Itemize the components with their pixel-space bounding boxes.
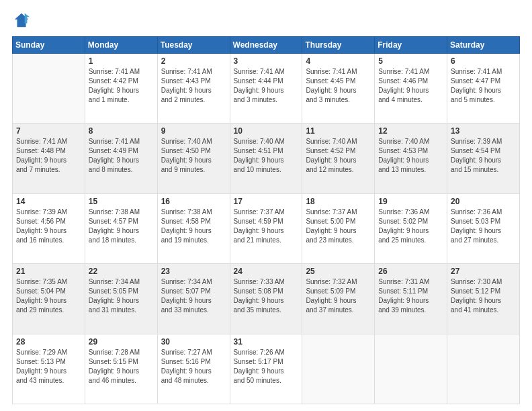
day-info: Sunrise: 7:32 AM Sunset: 5:09 PM Dayligh… [306, 277, 371, 315]
day-info: Sunrise: 7:36 AM Sunset: 5:03 PM Dayligh… [451, 208, 516, 245]
day-info: Sunrise: 7:29 AM Sunset: 5:13 PM Dayligh… [16, 348, 81, 385]
logo [12, 11, 34, 30]
day-number: 2 [161, 56, 226, 66]
day-info: Sunrise: 7:26 AM Sunset: 5:17 PM Dayligh… [234, 348, 299, 385]
day-info: Sunrise: 7:36 AM Sunset: 5:02 PM Dayligh… [378, 208, 443, 245]
day-info: Sunrise: 7:40 AM Sunset: 4:53 PM Dayligh… [378, 137, 443, 175]
calendar-cell: 13Sunrise: 7:39 AM Sunset: 4:54 PM Dayli… [447, 124, 520, 193]
day-number: 24 [234, 267, 299, 276]
day-info: Sunrise: 7:38 AM Sunset: 4:58 PM Dayligh… [161, 208, 226, 245]
calendar-cell: 12Sunrise: 7:40 AM Sunset: 4:53 PM Dayli… [375, 124, 447, 193]
svg-marker-1 [25, 13, 30, 24]
day-number: 14 [16, 197, 81, 206]
day-info: Sunrise: 7:40 AM Sunset: 4:52 PM Dayligh… [306, 137, 371, 175]
calendar-cell: 2Sunrise: 7:41 AM Sunset: 4:43 PM Daylig… [157, 54, 230, 124]
day-number: 11 [306, 126, 371, 136]
day-number: 20 [451, 197, 516, 206]
calendar-cell: 30Sunrise: 7:27 AM Sunset: 5:16 PM Dayli… [157, 334, 230, 404]
day-info: Sunrise: 7:33 AM Sunset: 5:08 PM Dayligh… [234, 277, 299, 315]
day-info: Sunrise: 7:41 AM Sunset: 4:42 PM Dayligh… [89, 67, 154, 105]
calendar-day-header: Saturday [447, 37, 520, 54]
calendar-cell: 4Sunrise: 7:41 AM Sunset: 4:45 PM Daylig… [302, 54, 375, 124]
calendar-cell: 1Sunrise: 7:41 AM Sunset: 4:42 PM Daylig… [85, 54, 157, 124]
calendar-week-row: 28Sunrise: 7:29 AM Sunset: 5:13 PM Dayli… [13, 334, 520, 404]
calendar-cell: 21Sunrise: 7:35 AM Sunset: 5:04 PM Dayli… [13, 264, 85, 334]
calendar-cell: 25Sunrise: 7:32 AM Sunset: 5:09 PM Dayli… [302, 264, 375, 334]
day-number: 10 [234, 126, 299, 136]
day-info: Sunrise: 7:41 AM Sunset: 4:43 PM Dayligh… [161, 67, 226, 105]
day-number: 26 [378, 267, 443, 276]
day-info: Sunrise: 7:39 AM Sunset: 4:56 PM Dayligh… [16, 208, 81, 245]
calendar-week-row: 14Sunrise: 7:39 AM Sunset: 4:56 PM Dayli… [13, 193, 520, 263]
calendar-day-header: Sunday [13, 37, 85, 54]
calendar-cell: 3Sunrise: 7:41 AM Sunset: 4:44 PM Daylig… [230, 54, 302, 124]
day-info: Sunrise: 7:34 AM Sunset: 5:05 PM Dayligh… [89, 277, 154, 315]
day-number: 27 [451, 267, 516, 276]
day-info: Sunrise: 7:41 AM Sunset: 4:49 PM Dayligh… [89, 137, 154, 175]
day-info: Sunrise: 7:37 AM Sunset: 5:00 PM Dayligh… [306, 208, 371, 245]
calendar-cell [302, 334, 375, 404]
day-info: Sunrise: 7:41 AM Sunset: 4:44 PM Dayligh… [234, 67, 299, 105]
calendar-cell: 29Sunrise: 7:28 AM Sunset: 5:15 PM Dayli… [85, 334, 157, 404]
day-number: 4 [306, 56, 371, 66]
header [12, 11, 520, 30]
day-number: 13 [451, 126, 516, 136]
calendar-cell: 19Sunrise: 7:36 AM Sunset: 5:02 PM Dayli… [375, 193, 447, 263]
day-info: Sunrise: 7:40 AM Sunset: 4:50 PM Dayligh… [161, 137, 226, 175]
calendar-cell [375, 334, 447, 404]
calendar-cell [447, 334, 520, 404]
calendar-cell: 10Sunrise: 7:40 AM Sunset: 4:51 PM Dayli… [230, 124, 302, 193]
day-number: 8 [89, 126, 154, 136]
calendar-table: SundayMondayTuesdayWednesdayThursdayFrid… [12, 36, 520, 404]
calendar-week-row: 21Sunrise: 7:35 AM Sunset: 5:04 PM Dayli… [13, 264, 520, 334]
day-number: 23 [161, 267, 226, 276]
day-number: 15 [89, 197, 154, 206]
day-info: Sunrise: 7:41 AM Sunset: 4:47 PM Dayligh… [451, 67, 516, 105]
calendar-day-header: Thursday [302, 37, 375, 54]
day-number: 16 [161, 197, 226, 206]
day-number: 6 [451, 56, 516, 66]
calendar-day-header: Wednesday [230, 37, 302, 54]
day-number: 3 [234, 56, 299, 66]
day-number: 19 [378, 197, 443, 206]
day-info: Sunrise: 7:38 AM Sunset: 4:57 PM Dayligh… [89, 208, 154, 245]
calendar-cell: 26Sunrise: 7:31 AM Sunset: 5:11 PM Dayli… [375, 264, 447, 334]
calendar-cell: 22Sunrise: 7:34 AM Sunset: 5:05 PM Dayli… [85, 264, 157, 334]
day-number: 22 [89, 267, 154, 276]
day-info: Sunrise: 7:31 AM Sunset: 5:11 PM Dayligh… [378, 277, 443, 315]
day-info: Sunrise: 7:34 AM Sunset: 5:07 PM Dayligh… [161, 277, 226, 315]
calendar-cell: 15Sunrise: 7:38 AM Sunset: 4:57 PM Dayli… [85, 193, 157, 263]
calendar-cell: 14Sunrise: 7:39 AM Sunset: 4:56 PM Dayli… [13, 193, 85, 263]
day-info: Sunrise: 7:39 AM Sunset: 4:54 PM Dayligh… [451, 137, 516, 175]
day-info: Sunrise: 7:40 AM Sunset: 4:51 PM Dayligh… [234, 137, 299, 175]
calendar-cell: 9Sunrise: 7:40 AM Sunset: 4:50 PM Daylig… [157, 124, 230, 193]
day-number: 21 [16, 267, 81, 276]
calendar-day-header: Tuesday [157, 37, 230, 54]
calendar-week-row: 1Sunrise: 7:41 AM Sunset: 4:42 PM Daylig… [13, 54, 520, 124]
calendar-cell: 31Sunrise: 7:26 AM Sunset: 5:17 PM Dayli… [230, 334, 302, 404]
day-info: Sunrise: 7:35 AM Sunset: 5:04 PM Dayligh… [16, 277, 81, 315]
day-number: 30 [161, 337, 226, 347]
calendar-cell: 11Sunrise: 7:40 AM Sunset: 4:52 PM Dayli… [302, 124, 375, 193]
day-info: Sunrise: 7:41 AM Sunset: 4:48 PM Dayligh… [16, 137, 81, 175]
day-number: 28 [16, 337, 81, 347]
day-info: Sunrise: 7:28 AM Sunset: 5:15 PM Dayligh… [89, 348, 154, 385]
calendar-cell: 17Sunrise: 7:37 AM Sunset: 4:59 PM Dayli… [230, 193, 302, 263]
day-number: 7 [16, 126, 81, 136]
calendar-day-header: Friday [375, 37, 447, 54]
calendar-cell: 28Sunrise: 7:29 AM Sunset: 5:13 PM Dayli… [13, 334, 85, 404]
calendar-cell: 23Sunrise: 7:34 AM Sunset: 5:07 PM Dayli… [157, 264, 230, 334]
day-number: 18 [306, 197, 371, 206]
calendar-cell: 8Sunrise: 7:41 AM Sunset: 4:49 PM Daylig… [85, 124, 157, 193]
calendar-header-row: SundayMondayTuesdayWednesdayThursdayFrid… [13, 37, 520, 54]
calendar-cell: 5Sunrise: 7:41 AM Sunset: 4:46 PM Daylig… [375, 54, 447, 124]
day-number: 9 [161, 126, 226, 136]
day-info: Sunrise: 7:41 AM Sunset: 4:45 PM Dayligh… [306, 67, 371, 105]
day-info: Sunrise: 7:41 AM Sunset: 4:46 PM Dayligh… [378, 67, 443, 105]
day-number: 31 [234, 337, 299, 347]
day-number: 12 [378, 126, 443, 136]
calendar-cell: 16Sunrise: 7:38 AM Sunset: 4:58 PM Dayli… [157, 193, 230, 263]
day-info: Sunrise: 7:37 AM Sunset: 4:59 PM Dayligh… [234, 208, 299, 245]
day-number: 29 [89, 337, 154, 347]
calendar-cell [13, 54, 85, 124]
